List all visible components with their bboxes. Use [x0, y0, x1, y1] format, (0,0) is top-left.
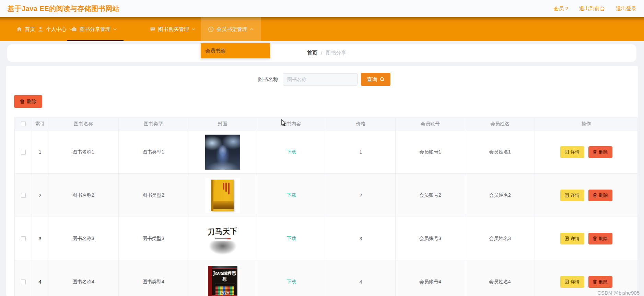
nav-item-book-purchase-mgmt[interactable]: 图书购买管理	[146, 17, 199, 41]
select-all-cell	[15, 118, 32, 130]
detail-button[interactable]: 详情	[560, 190, 584, 201]
nav-item-book-share-mgmt[interactable]: 图书分享管理	[67, 17, 124, 41]
table-row: 3 图书名称3 图书类型3 刀马天下 下载 3 会员账号3 会员姓名3	[15, 217, 638, 260]
cell-book-name: 图书名称4	[48, 260, 119, 296]
download-link[interactable]: 下载	[287, 192, 296, 198]
trash-icon	[593, 280, 597, 284]
cell-book-type: 图书类型4	[119, 260, 188, 296]
cell-book-type: 图书类型1	[119, 130, 188, 174]
bulk-delete-label: 删除	[27, 99, 36, 105]
breadcrumb-current: 图书分享	[326, 50, 346, 56]
delete-button[interactable]: 删除	[588, 233, 612, 244]
document-icon	[565, 150, 569, 154]
nav-item-member-bookshelf-mgmt[interactable]: 会员书架管理	[201, 17, 261, 41]
detail-button[interactable]: 详情	[560, 146, 584, 158]
nav-item-label: 个人中心	[46, 26, 67, 33]
col-header-cover: 封面	[188, 118, 257, 130]
table-row: 2 图书名称2 图书类型2 下载 2 会员账号2 会员姓名2 详情	[15, 174, 638, 217]
delete-button-label: 删除	[599, 149, 608, 155]
row-checkbox[interactable]	[21, 150, 26, 155]
table-header-row: 索引 图书名称 图书类型 封面 图书内容 价格 会员账号 会员姓名 操作	[15, 118, 638, 130]
download-link[interactable]: 下载	[287, 236, 296, 242]
nav-item-label: 图书分享管理	[80, 26, 110, 33]
row-checkbox[interactable]	[21, 193, 26, 198]
select-all-checkbox[interactable]	[21, 122, 26, 126]
search-input[interactable]	[283, 73, 358, 86]
mouse-cursor	[281, 119, 287, 127]
query-button-label: 查询	[367, 76, 377, 83]
chat-icon	[150, 26, 155, 32]
briefcase-icon	[71, 26, 77, 32]
cell-cover: 刀马天下	[188, 217, 257, 260]
delete-button[interactable]: 删除	[588, 146, 612, 158]
cell-index: 4	[32, 260, 48, 296]
dropdown-item-member-bookshelf[interactable]: 会员书架	[201, 43, 270, 58]
delete-button-label: 删除	[599, 236, 608, 242]
trash-icon	[593, 150, 597, 154]
table-row: 4 图书名称4 图书类型4 Java编程思想 JAVA	[15, 260, 638, 296]
cell-book-type: 图书类型3	[119, 217, 188, 260]
detail-button[interactable]: 详情	[560, 276, 584, 288]
cell-member-account: 会员账号3	[396, 217, 465, 260]
user-icon	[38, 26, 43, 32]
document-icon	[565, 236, 569, 241]
cell-book-name: 图书名称1	[48, 130, 119, 174]
download-link[interactable]: 下载	[287, 149, 296, 155]
cell-cover: Java编程思想 JAVA	[188, 260, 257, 296]
detail-button-label: 详情	[571, 192, 579, 198]
query-button[interactable]: 查询	[361, 73, 390, 86]
cell-member-name: 会员姓名1	[465, 130, 535, 174]
col-header-index: 索引	[32, 118, 48, 130]
logout-link[interactable]: 退出登录	[616, 5, 636, 12]
cell-member-name: 会员姓名2	[465, 174, 535, 217]
cell-book-name: 图书名称2	[48, 174, 119, 217]
download-link[interactable]: 下载	[287, 279, 296, 285]
delete-button[interactable]: 删除	[588, 190, 612, 201]
top-links: 会员 2 退出到前台 退出登录	[553, 5, 636, 12]
trash-icon	[20, 99, 24, 104]
delete-button-label: 删除	[599, 192, 608, 198]
exit-to-front-link[interactable]: 退出到前台	[579, 5, 605, 12]
home-icon	[16, 26, 22, 32]
active-section-underline	[67, 40, 124, 41]
trash-icon	[593, 193, 597, 197]
java-book-cover: Java编程思想 JAVA	[205, 264, 240, 296]
delete-button[interactable]: 删除	[588, 276, 612, 288]
cell-member-name: 会员姓名3	[465, 217, 535, 260]
ink-calligraphy-cover: 刀马天下	[205, 221, 240, 256]
cell-cover	[188, 130, 257, 174]
bulk-delete-button[interactable]: 删除	[14, 95, 42, 108]
fantasy-dragon-cover	[205, 135, 240, 170]
row-checkbox[interactable]	[21, 280, 26, 284]
site-title: 基于Java EE的阅读与存储图书网站	[8, 4, 119, 13]
col-header-price: 价格	[326, 118, 396, 130]
detail-button-label: 详情	[571, 149, 579, 155]
nav-dropdown-menu: 会员书架	[201, 43, 270, 58]
cell-member-account: 会员账号2	[396, 174, 465, 217]
cell-index: 3	[32, 217, 48, 260]
trash-icon	[593, 236, 597, 241]
detail-button[interactable]: 详情	[560, 233, 584, 244]
row-checkbox[interactable]	[21, 236, 26, 241]
col-header-content: 图书内容	[257, 118, 326, 130]
table-row: 1 图书名称1 图书类型1 下载 1 会员账号1 会员姓名1 详情	[15, 130, 638, 174]
watermark: CSDN @bishe905	[597, 290, 640, 296]
cell-price: 3	[326, 217, 396, 260]
yellow-book-cover	[205, 178, 240, 213]
member-link[interactable]: 会员 2	[553, 5, 568, 12]
chevron-up-icon	[250, 28, 254, 30]
detail-button-label: 详情	[571, 236, 579, 242]
search-label: 图书名称	[258, 76, 278, 83]
top-header: 基于Java EE的阅读与存储图书网站 会员 2 退出到前台 退出登录	[0, 0, 644, 17]
col-header-member-name: 会员姓名	[465, 118, 535, 130]
cell-index: 2	[32, 174, 48, 217]
cell-price: 2	[326, 174, 396, 217]
cell-book-name: 图书名称3	[48, 217, 119, 260]
breadcrumb: 首页 / 图书分享	[7, 44, 636, 62]
cell-member-account: 会员账号4	[396, 260, 465, 296]
breadcrumb-home[interactable]: 首页	[307, 50, 317, 56]
col-header-book-name: 图书名称	[48, 118, 119, 130]
cell-member-name: 会员姓名4	[465, 260, 535, 296]
breadcrumb-separator: /	[321, 50, 322, 56]
document-icon	[565, 280, 569, 284]
